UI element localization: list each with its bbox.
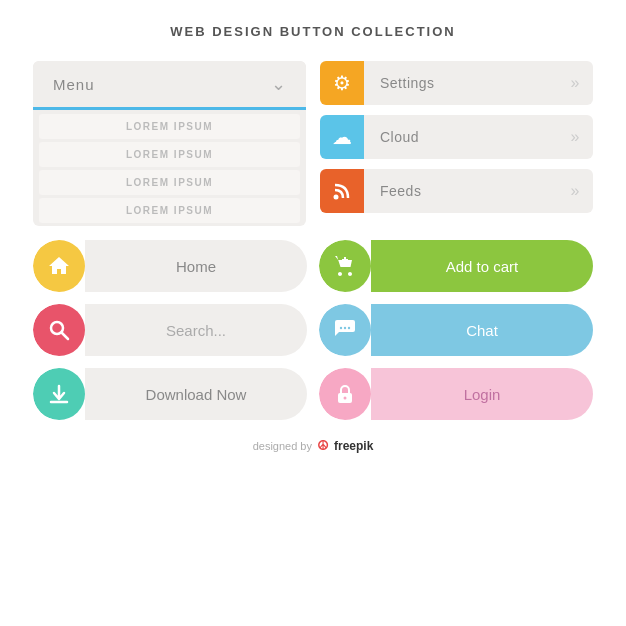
download-icon (33, 368, 85, 420)
gear-icon: ⚙ (320, 61, 364, 105)
svg-point-5 (340, 327, 342, 329)
add-to-cart-button[interactable]: Add to cart (319, 240, 593, 292)
list-item[interactable]: LOREM IPSUM (39, 198, 300, 223)
chat-icon (319, 304, 371, 356)
freepik-logo: ☮ (317, 438, 329, 453)
footer: designed by ☮ freepik (253, 438, 374, 453)
feeds-button[interactable]: Feeds » (320, 169, 593, 213)
list-item[interactable]: LOREM IPSUM (39, 170, 300, 195)
feeds-label: Feeds (364, 169, 557, 213)
chevron-down-icon: ⌄ (271, 73, 286, 95)
settings-button[interactable]: ⚙ Settings » (320, 61, 593, 105)
cloud-icon: ☁ (320, 115, 364, 159)
home-label: Home (85, 240, 307, 292)
svg-point-10 (344, 397, 347, 400)
page-title: WEB DESIGN BUTTON COLLECTION (170, 24, 455, 39)
search-label: Search... (85, 304, 307, 356)
search-button[interactable]: Search... (33, 304, 307, 356)
login-label: Login (371, 368, 593, 420)
main-grid: Menu ⌄ LOREM IPSUM LOREM IPSUM LOREM IPS… (33, 61, 593, 226)
svg-point-6 (344, 327, 346, 329)
search-icon (33, 304, 85, 356)
list-item[interactable]: LOREM IPSUM (39, 142, 300, 167)
menu-header[interactable]: Menu ⌄ (33, 61, 306, 107)
svg-line-4 (62, 333, 69, 340)
cloud-label: Cloud (364, 115, 557, 159)
svg-point-0 (334, 195, 339, 200)
chat-button[interactable]: Chat (319, 304, 593, 356)
cart-label: Add to cart (371, 240, 593, 292)
menu-label: Menu (53, 76, 95, 93)
svg-point-7 (348, 327, 350, 329)
chat-label: Chat (371, 304, 593, 356)
bottom-grid: Home Add to cart Search... (33, 240, 593, 420)
footer-brand: freepik (334, 439, 373, 453)
menu-underline (33, 107, 306, 110)
menu-dropdown[interactable]: Menu ⌄ LOREM IPSUM LOREM IPSUM LOREM IPS… (33, 61, 306, 226)
icon-button-group: ⚙ Settings » ☁ Cloud » Feeds » (320, 61, 593, 226)
chevron-right-icon: » (557, 61, 593, 105)
home-button[interactable]: Home (33, 240, 307, 292)
download-label: Download Now (85, 368, 307, 420)
list-item[interactable]: LOREM IPSUM (39, 114, 300, 139)
login-button[interactable]: Login (319, 368, 593, 420)
home-icon (33, 240, 85, 292)
download-button[interactable]: Download Now (33, 368, 307, 420)
cloud-button[interactable]: ☁ Cloud » (320, 115, 593, 159)
chevron-right-icon: » (557, 169, 593, 213)
footer-prefix: designed by (253, 440, 312, 452)
lock-icon (319, 368, 371, 420)
chevron-right-icon: » (557, 115, 593, 159)
cart-icon (319, 240, 371, 292)
settings-label: Settings (364, 61, 557, 105)
rss-icon (320, 169, 364, 213)
